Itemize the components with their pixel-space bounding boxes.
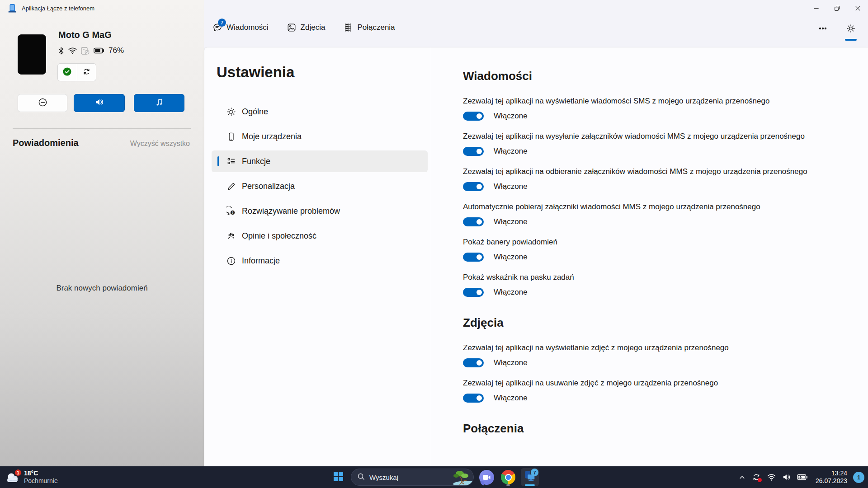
device-panel: Moto G MaG 76%: [0, 0, 204, 466]
toggle-switch[interactable]: [463, 217, 484, 226]
settings-section: Połączenia: [463, 421, 850, 436]
weather-widget[interactable]: 1 18°C Pochmurnie: [5, 466, 58, 488]
section-title: Wiadomości: [463, 68, 850, 84]
phone-screen-preview[interactable]: [18, 34, 46, 75]
tray-chevron-up-icon[interactable]: [738, 474, 746, 481]
feature-tabs: 7 Wiadomości Zdjęcia Połączenia: [212, 23, 395, 33]
titlebar: Aplikacja Łącze z telefonem: [0, 0, 868, 16]
phone-icon: [226, 132, 236, 141]
connected-status-button[interactable]: [58, 64, 77, 81]
tray-wifi-icon[interactable]: [767, 474, 776, 481]
clock-date: 26.07.2023: [816, 477, 847, 485]
quick-actions-row: [0, 94, 204, 112]
search-icon: [357, 473, 365, 482]
search-daily-image: [450, 469, 473, 486]
setting-label: Zezwalaj tej aplikacji na wysyłanie załą…: [463, 131, 850, 141]
refresh-button[interactable]: [77, 64, 96, 81]
nav-item-label: Rozwiązywanie problemów: [242, 206, 340, 216]
photo-icon: [287, 26, 297, 34]
tab-2[interactable]: Zdjęcia: [287, 23, 326, 33]
tab-label: Wiadomości: [226, 23, 269, 32]
cloud-icon: 1: [5, 470, 20, 484]
phone-link-active-indicator: [525, 484, 535, 486]
tray-battery-icon[interactable]: [797, 474, 808, 481]
toggle-switch[interactable]: [463, 182, 484, 191]
notifications-title: Powiadomienia: [13, 138, 79, 148]
notification-count-badge[interactable]: 1: [853, 472, 864, 483]
toggle-switch[interactable]: [463, 394, 484, 403]
wifi-icon: [68, 47, 77, 55]
settings-nav-item[interactable]: Informacje: [212, 250, 428, 272]
phone-link-app-icon: [7, 3, 17, 13]
more-icon: [818, 24, 827, 35]
setting-item: Zezwalaj tej aplikacji na wysyłanie załą…: [463, 131, 850, 156]
settings-nav-item[interactable]: Opinie i społeczność: [212, 225, 428, 247]
music-button[interactable]: [134, 94, 184, 112]
battery-icon: [94, 47, 104, 54]
toggle-knob: [476, 149, 482, 154]
window-controls: [806, 0, 868, 16]
setting-label: Zezwalaj tej aplikacji na usuwanie zdjęć…: [463, 378, 850, 388]
audio-button[interactable]: [74, 94, 125, 112]
restore-button[interactable]: [826, 0, 847, 16]
more-options-button[interactable]: [815, 23, 831, 36]
tab-badge: 7: [218, 19, 226, 27]
setting-label: Automatycznie pobieraj załączniki wiadom…: [463, 202, 850, 212]
speaker-icon: [94, 98, 104, 108]
close-button[interactable]: [847, 0, 868, 16]
start-button[interactable]: [329, 468, 347, 486]
search-placeholder: Wyszukaj: [369, 474, 450, 481]
settings-section: Zdjęcia Zezwalaj tej aplikacji na wyświe…: [463, 315, 850, 403]
toggle-knob: [476, 290, 482, 295]
toggle-switch[interactable]: [463, 358, 484, 367]
notifications-empty-message: Brak nowych powiadomień: [0, 284, 204, 293]
toggle-knob: [476, 254, 482, 260]
toggle-switch[interactable]: [463, 112, 484, 121]
toggle-state-label: Włączone: [494, 182, 528, 191]
toggle-switch[interactable]: [463, 288, 484, 297]
do-not-disturb-button[interactable]: [18, 94, 67, 112]
taskbar-search[interactable]: Wyszukaj: [351, 469, 474, 486]
system-tray: 13:24 26.07.2023 1: [738, 466, 864, 488]
settings-active-indicator: [845, 39, 857, 41]
settings-nav-item[interactable]: Moje urządzenia: [212, 126, 428, 147]
gear-icon: [846, 24, 855, 35]
nav-item-label: Personalizacja: [242, 182, 295, 191]
minimize-button[interactable]: [806, 0, 826, 16]
clear-all-notifications-button[interactable]: Wyczyść wszystko: [130, 140, 190, 148]
settings-nav-item[interactable]: Ogólne: [212, 101, 428, 122]
settings-nav: Ustawienia Ogólne Moje urządzenia Funkcj…: [204, 47, 431, 466]
chat-icon: [479, 470, 494, 485]
tray-sync-icon[interactable]: [752, 473, 761, 482]
settings-nav-list: Ogólne Moje urządzenia Funkcje Personali…: [217, 101, 427, 272]
setting-label: Zezwalaj tej aplikacji na wyświetlanie w…: [463, 96, 850, 106]
settings-section: Wiadomości Zezwalaj tej aplikacji na wyś…: [463, 68, 850, 297]
toggle-state-label: Włączone: [494, 253, 528, 262]
help-bubble-icon: ?: [226, 206, 236, 216]
nav-item-label: Moje urządzenia: [242, 132, 302, 141]
taskbar-clock[interactable]: 13:24 26.07.2023: [816, 469, 847, 485]
selected-indicator: [217, 156, 219, 166]
chrome-button[interactable]: [499, 468, 517, 486]
device-name: Moto G MaG: [58, 30, 112, 40]
toggle-switch[interactable]: [463, 147, 484, 156]
phone-link-taskbar-button[interactable]: 7: [521, 468, 539, 486]
toggle-switch[interactable]: [463, 253, 484, 262]
settings-nav-item[interactable]: ? Rozwiązywanie problemów: [212, 200, 428, 222]
toggle-knob: [476, 113, 482, 119]
setting-item: Zezwalaj tej aplikacji na wyświetlanie z…: [463, 343, 850, 367]
gear-icon: [226, 107, 236, 117]
settings-nav-item[interactable]: Funkcje: [212, 150, 428, 172]
settings-button[interactable]: [843, 23, 859, 36]
chat-button[interactable]: [477, 468, 495, 486]
taskbar-center: Wyszukaj 7: [329, 466, 539, 488]
weather-temperature: 18°C: [24, 469, 58, 477]
toggle-knob: [476, 184, 482, 189]
tab-1[interactable]: 7 Wiadomości: [212, 23, 269, 33]
settings-nav-item[interactable]: Personalizacja: [212, 175, 428, 197]
features-list-icon: [226, 157, 236, 166]
tab-3[interactable]: Połączenia: [343, 23, 395, 33]
tray-volume-icon[interactable]: [782, 473, 791, 481]
refresh-icon: [82, 67, 91, 78]
device-status-row: 76%: [57, 46, 124, 55]
